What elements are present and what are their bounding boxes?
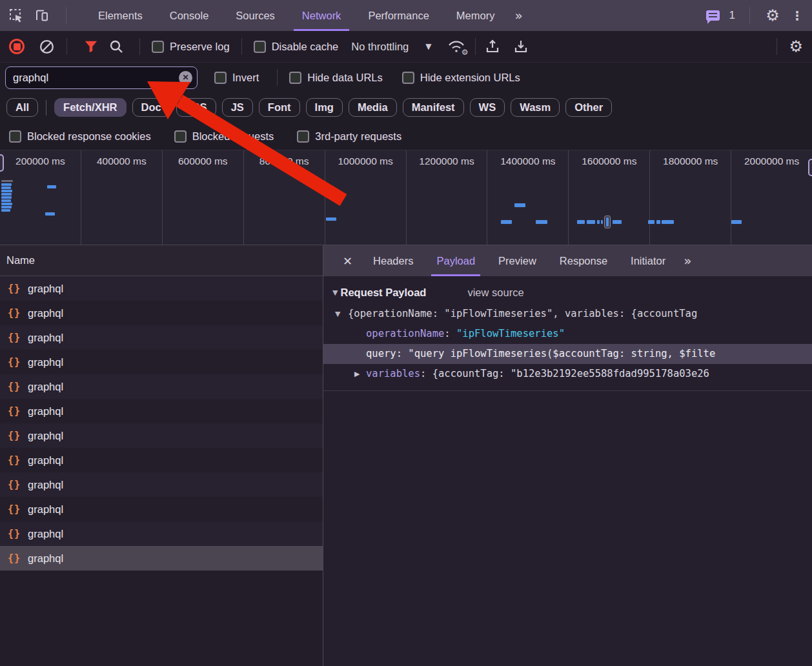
record-network-log-icon[interactable] <box>9 39 25 54</box>
detail-tab-payload[interactable]: Payload <box>425 245 487 276</box>
search-icon[interactable] <box>108 39 124 54</box>
tab-sources[interactable]: Sources <box>222 0 289 31</box>
request-row[interactable]: {}graphql <box>0 423 323 448</box>
close-detail-icon[interactable]: ✕ <box>334 254 361 268</box>
request-row[interactable]: {}graphql <box>0 521 323 546</box>
filter-input[interactable] <box>5 66 198 89</box>
request-row[interactable]: {}graphql <box>0 325 323 350</box>
payload-line-operationname[interactable]: operationName: "ipFlowTimeseries" <box>323 324 812 344</box>
tab-memory[interactable]: Memory <box>443 0 509 31</box>
detail-tab-preview[interactable]: Preview <box>487 245 548 276</box>
waterfall-bar <box>577 220 585 224</box>
chip-img[interactable]: Img <box>306 98 343 117</box>
divider <box>66 38 67 55</box>
name-column-header[interactable]: Name <box>0 245 323 276</box>
tab-network[interactable]: Network <box>289 0 355 31</box>
blocked-requests-label: Blocked requests <box>192 130 274 143</box>
request-row[interactable]: {}graphql <box>0 374 323 399</box>
checkbox[interactable] <box>152 41 164 53</box>
clear-filter-icon[interactable]: ✕ <box>179 71 192 85</box>
request-name: graphql <box>28 332 63 344</box>
checkbox[interactable] <box>289 72 301 84</box>
invert-checkbox[interactable]: Invert <box>214 72 259 84</box>
payload-line-query[interactable]: query: "query ipFlowTimeseries($accountT… <box>323 344 812 364</box>
view-source-link[interactable]: view source <box>467 287 523 299</box>
payload-line-variables[interactable]: ▶variables: {accountTag: "b12e3b2192ee55… <box>323 364 812 384</box>
kebab-menu-icon[interactable]: ⋮ <box>789 7 806 24</box>
issues-count[interactable]: 1 <box>729 9 735 22</box>
payload-root-line[interactable]: ▼ {operationName: "ipFlowTimeseries", va… <box>323 304 812 324</box>
checkbox[interactable] <box>297 130 309 143</box>
chip-manifest[interactable]: Manifest <box>403 98 464 117</box>
disable-cache-checkbox[interactable]: Disable cache <box>254 41 339 53</box>
timeline-tick-label: 1000000 ms <box>338 156 392 245</box>
tab-performance[interactable]: Performance <box>354 0 442 31</box>
chip-other[interactable]: Other <box>565 98 612 117</box>
chip-wasm[interactable]: Wasm <box>511 98 560 117</box>
chip-fetch-xhr[interactable]: Fetch/XHR <box>54 98 126 117</box>
request-row[interactable]: {}graphql <box>0 276 323 301</box>
chip-font[interactable]: Font <box>259 98 300 117</box>
import-har-icon[interactable] <box>485 39 500 54</box>
requests-pane: Name {}graphql{}graphql{}graphql{}graphq… <box>0 245 323 666</box>
divider <box>46 100 46 116</box>
chip-media[interactable]: Media <box>349 98 397 117</box>
checkbox[interactable] <box>214 72 227 84</box>
throttling-select[interactable]: No throttling ▼ <box>351 41 431 53</box>
collapse-arrow-icon[interactable]: ▼ <box>335 304 340 324</box>
waterfall-bar <box>1 187 11 189</box>
request-row[interactable]: {}graphql <box>0 497 323 521</box>
filter-funnel-icon[interactable] <box>84 39 98 54</box>
chip-doc[interactable]: Doc <box>132 98 170 117</box>
settings-gear-icon[interactable]: ⚙ <box>764 7 781 24</box>
blocked-requests-checkbox[interactable]: Blocked requests <box>174 130 274 143</box>
3rd-party-requests-checkbox[interactable]: 3rd-party requests <box>297 130 401 143</box>
request-row[interactable]: {}graphql <box>0 301 323 325</box>
detail-tab-initiator[interactable]: Initiator <box>619 245 677 276</box>
clear-network-log-icon[interactable] <box>39 39 55 55</box>
divider <box>776 38 777 55</box>
chip-js[interactable]: JS <box>222 98 253 117</box>
chip-all[interactable]: All <box>6 98 38 117</box>
network-overview-timeline[interactable]: 200000 ms400000 ms600000 ms800000 ms1000… <box>0 150 812 245</box>
tab-elements[interactable]: Elements <box>85 0 156 31</box>
detail-tab-headers[interactable]: Headers <box>361 245 425 276</box>
request-row[interactable]: {}graphql <box>0 399 323 423</box>
export-har-icon[interactable] <box>513 39 529 54</box>
checkbox[interactable] <box>9 130 21 143</box>
network-settings-gear-icon[interactable]: ⚙ <box>789 37 803 56</box>
timeline-section: 800000 ms <box>244 150 325 245</box>
blocked-response-cookies-checkbox[interactable]: Blocked response cookies <box>9 130 151 143</box>
hide-data-urls-checkbox[interactable]: Hide data URLs <box>289 72 382 84</box>
checkbox[interactable] <box>254 41 266 53</box>
request-row[interactable]: {}graphql <box>0 448 323 472</box>
request-row[interactable]: {}graphql <box>0 350 323 374</box>
overview-left-handle[interactable] <box>0 154 4 172</box>
network-conditions-icon[interactable]: ⚙ <box>447 39 466 54</box>
waterfall-bar <box>536 220 547 224</box>
overview-right-handle[interactable] <box>808 159 812 176</box>
inspect-element-icon[interactable] <box>8 7 25 24</box>
hide-extension-urls-checkbox[interactable]: Hide extension URLs <box>402 72 520 84</box>
more-detail-tabs-icon[interactable]: » <box>677 253 698 268</box>
divider <box>475 38 476 55</box>
json-braces-icon: {} <box>8 381 21 392</box>
issues-icon[interactable] <box>705 7 722 24</box>
device-toolbar-icon[interactable] <box>34 7 50 24</box>
detail-tabbar: ✕ HeadersPayloadPreviewResponseInitiator… <box>323 245 812 276</box>
checkbox[interactable] <box>402 72 414 84</box>
timeline-section: 1200000 ms <box>407 150 488 245</box>
request-row[interactable]: {}graphql <box>0 472 323 497</box>
preserve-log-checkbox[interactable]: Preserve log <box>152 41 230 53</box>
tab-console[interactable]: Console <box>156 0 223 31</box>
chip-ws[interactable]: WS <box>470 98 505 117</box>
detail-tab-response[interactable]: Response <box>548 245 619 276</box>
waterfall-bar <box>648 220 655 224</box>
chip-css[interactable]: CSS <box>176 98 216 117</box>
more-panels-icon[interactable]: » <box>508 8 529 23</box>
waterfall-bar <box>731 220 742 224</box>
expand-arrow-icon[interactable]: ▶ <box>354 364 360 384</box>
checkbox[interactable] <box>174 130 187 143</box>
request-row[interactable]: {}graphql <box>0 546 323 570</box>
collapse-arrow-icon[interactable]: ▼ <box>332 288 338 297</box>
